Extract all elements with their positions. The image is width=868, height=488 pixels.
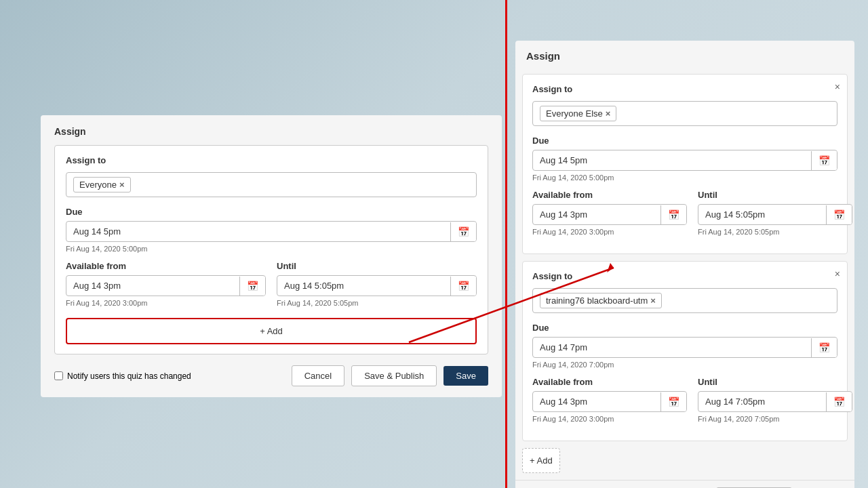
right-assign-title: Assign <box>515 41 854 67</box>
red-divider <box>505 0 507 488</box>
left-panel: Assign Assign to Everyone × Due 📅 Fri Au… <box>41 115 502 397</box>
right-s2-due-input[interactable] <box>533 338 811 357</box>
left-due-input[interactable] <box>66 222 450 241</box>
left-until-hint: Fri Aug 14, 2020 5:05pm <box>277 299 477 307</box>
right-s2-avail-row: 📅 <box>532 391 687 412</box>
left-due-hint: Fri Aug 14, 2020 5:00pm <box>66 245 477 253</box>
left-available-from-col: Available from 📅 Fri Aug 14, 2020 3:00pm <box>66 261 266 315</box>
left-available-from-label: Available from <box>66 261 266 271</box>
left-save-button[interactable]: Save <box>443 366 488 386</box>
left-save-publish-button[interactable]: Save & Publish <box>351 365 437 386</box>
right-bottom-bar: Notify users this quiz has changed Cance… <box>515 480 854 488</box>
right-s2-tag-label: training76 blackboard-utm <box>546 296 648 306</box>
right-s2-due-label: Due <box>532 323 837 333</box>
right-s2-until-col: Until 📅 Fri Aug 14, 2020 7:05pm <box>698 377 852 431</box>
right-s2-due-row: 📅 <box>532 337 837 358</box>
left-available-from-hint: Fri Aug 14, 2020 3:00pm <box>66 299 266 307</box>
left-until-input-row: 📅 <box>277 275 477 296</box>
right-s2-tag[interactable]: training76 blackboard-utm × <box>540 293 662 308</box>
right-s1-avail-label: Available from <box>532 190 687 200</box>
left-due-input-row: 📅 <box>66 221 477 242</box>
right-s1-tag-label: Everyone Else <box>546 108 603 119</box>
left-add-label: + Add <box>260 326 283 336</box>
right-s1-due-label: Due <box>532 136 837 146</box>
right-s2-dates-row: Available from 📅 Fri Aug 14, 2020 3:00pm… <box>532 377 837 431</box>
left-until-label: Until <box>277 261 477 271</box>
right-s1-until-row: 📅 <box>698 204 852 225</box>
right-s2-until-hint: Fri Aug 14, 2020 7:05pm <box>698 415 852 423</box>
right-s1-until-hint: Fri Aug 14, 2020 5:05pm <box>698 228 852 236</box>
left-assign-to-field: Everyone × <box>66 172 477 197</box>
left-bottom-bar: Notify users this quiz has changed Cance… <box>54 365 488 386</box>
right-s1-dates-row: Available from 📅 Fri Aug 14, 2020 3:00pm… <box>532 190 837 244</box>
right-s1-avail-hint: Fri Aug 14, 2020 3:00pm <box>532 228 687 236</box>
right-s1-tag-close[interactable]: × <box>606 109 611 118</box>
left-notify-label: Notify users this quiz has changed <box>54 371 191 381</box>
right-s1-avail-col: Available from 📅 Fri Aug 14, 2020 3:00pm <box>532 190 687 244</box>
left-everyone-label: Everyone <box>79 180 117 190</box>
right-section-1: × Assign to Everyone Else × Due 📅 Fri Au… <box>522 74 848 254</box>
left-available-from-cal-btn[interactable]: 📅 <box>239 277 265 296</box>
left-available-from-input-row: 📅 <box>66 275 266 296</box>
left-available-from-input[interactable] <box>66 276 239 296</box>
right-s1-due-hint: Fri Aug 14, 2020 5:00pm <box>532 174 837 182</box>
right-section1-close[interactable]: × <box>835 81 840 92</box>
right-s1-until-label: Until <box>698 190 852 200</box>
right-s2-avail-label: Available from <box>532 377 687 387</box>
right-s2-due-cal[interactable]: 📅 <box>811 338 837 357</box>
right-s2-until-cal[interactable]: 📅 <box>826 392 852 411</box>
right-s1-until-col: Until 📅 Fri Aug 14, 2020 5:05pm <box>698 190 852 244</box>
right-s2-until-input[interactable] <box>698 392 826 411</box>
left-add-button[interactable]: + Add <box>66 318 477 344</box>
right-s2-avail-cal[interactable]: 📅 <box>660 392 686 411</box>
left-until-col: Until 📅 Fri Aug 14, 2020 5:05pm <box>277 261 477 315</box>
right-s1-due-cal[interactable]: 📅 <box>811 151 837 170</box>
right-s2-until-label: Until <box>698 377 852 387</box>
right-s1-avail-cal[interactable]: 📅 <box>660 205 686 224</box>
right-section2-close[interactable]: × <box>835 268 840 279</box>
right-s1-due-row: 📅 <box>532 150 837 171</box>
right-s2-avail-hint: Fri Aug 14, 2020 3:00pm <box>532 415 687 423</box>
right-panel: Assign × Assign to Everyone Else × Due 📅… <box>515 41 854 488</box>
left-due-label: Due <box>66 207 477 217</box>
left-tag-close[interactable]: × <box>119 180 125 189</box>
right-s2-avail-col: Available from 📅 Fri Aug 14, 2020 3:00pm <box>532 377 687 431</box>
right-s2-assign-to-title: Assign to <box>532 271 837 281</box>
left-notify-checkbox[interactable] <box>54 371 63 380</box>
left-due-cal-btn[interactable]: 📅 <box>450 222 476 241</box>
right-add-button[interactable]: + Add <box>522 448 560 473</box>
left-assign-label: Assign <box>54 126 488 137</box>
right-s2-due-hint: Fri Aug 14, 2020 7:00pm <box>532 361 837 369</box>
right-s1-due-input[interactable] <box>533 150 811 170</box>
right-s2-until-row: 📅 <box>698 391 852 412</box>
right-s1-tag[interactable]: Everyone Else × <box>540 106 616 121</box>
left-everyone-tag[interactable]: Everyone × <box>73 177 131 192</box>
right-s1-avail-input[interactable] <box>533 205 660 224</box>
right-add-label: + Add <box>530 455 553 466</box>
right-s1-avail-row: 📅 <box>532 204 687 225</box>
right-s2-tag-close[interactable]: × <box>650 296 656 305</box>
right-s1-until-cal[interactable]: 📅 <box>826 205 852 224</box>
left-until-input[interactable] <box>277 276 450 296</box>
left-assign-to-title: Assign to <box>66 155 477 165</box>
right-s1-assign-to-title: Assign to <box>532 84 837 94</box>
right-s1-assign-to-field: Everyone Else × <box>532 101 837 126</box>
left-dates-row: Available from 📅 Fri Aug 14, 2020 3:00pm… <box>66 261 477 315</box>
right-section-2: × Assign to training76 blackboard-utm × … <box>522 261 848 441</box>
left-cancel-button[interactable]: Cancel <box>292 365 344 386</box>
left-until-cal-btn[interactable]: 📅 <box>450 277 476 296</box>
right-s2-assign-to-field: training76 blackboard-utm × <box>532 288 837 313</box>
left-assign-box: Assign to Everyone × Due 📅 Fri Aug 14, 2… <box>54 145 488 354</box>
right-s1-until-input[interactable] <box>698 205 826 224</box>
right-s2-avail-input[interactable] <box>533 392 660 411</box>
